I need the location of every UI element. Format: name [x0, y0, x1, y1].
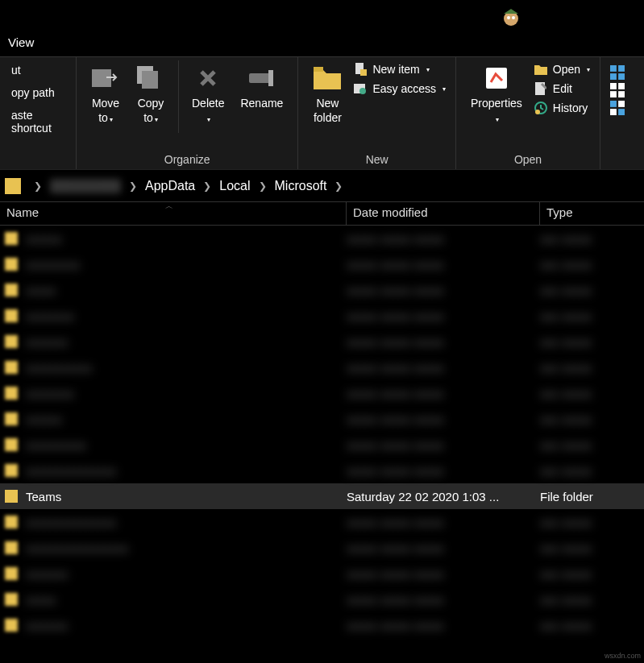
invert-selection-icon[interactable]	[610, 101, 625, 115]
list-item[interactable]: xxxxxxxxxxxx xxxxx xxxxxxxx xxxxx	[0, 612, 644, 638]
easy-access-icon	[353, 81, 368, 96]
chevron-right-icon[interactable]: ❯	[259, 180, 267, 192]
list-item-teams[interactable]: Teams Saturday 22 02 2020 1:03 ... File …	[0, 483, 644, 509]
properties-button[interactable]: Properties▾	[463, 60, 530, 128]
chevron-right-icon[interactable]: ❯	[129, 180, 137, 192]
list-item[interactable]: xxxxxxxxxxx xxxxx xxxxxxxx xxxxx	[0, 406, 644, 432]
copy-path-button[interactable]: opy path	[6, 86, 55, 99]
list-item[interactable]: xxxxxxxxxxx xxxxx xxxxxxxx xxxxx	[0, 226, 644, 251]
svg-rect-24	[618, 91, 625, 97]
file-type: File folder	[540, 490, 644, 503]
history-button[interactable]: History	[534, 101, 590, 115]
chevron-right-icon[interactable]: ❯	[203, 180, 211, 192]
watermark: wsxdn.com	[605, 652, 641, 660]
new-folder-label: New folder	[314, 96, 342, 125]
list-item[interactable]: xxxxxxxxxxxx xxxxx xxxxxxxx xxxxx	[0, 329, 644, 354]
rename-label: Rename	[240, 96, 283, 110]
sort-indicator-icon: ︿	[165, 201, 173, 212]
new-group-label: New	[305, 150, 449, 169]
list-item[interactable]: xxxxxxxxxxxxxxxxxxxx xxxxx xxxxxxxx xxxx…	[0, 458, 644, 483]
svg-rect-13	[486, 68, 507, 89]
new-item-button[interactable]: New item▾	[353, 62, 446, 77]
column-type[interactable]: Type	[540, 202, 644, 225]
ribbon-group-organize: Move to▾ Copy to▾ Delete▾ Rename	[77, 57, 298, 169]
new-item-icon	[353, 62, 368, 77]
svg-rect-5	[142, 71, 158, 89]
mascot-icon	[499, 4, 523, 28]
organize-group-label: Organize	[83, 150, 291, 169]
easy-access-button[interactable]: Easy access▾	[353, 81, 446, 96]
list-item[interactable]: xxxxxxxxxxxxxxx xxxxx xxxxxxxx xxxxx	[0, 432, 644, 458]
list-item[interactable]: xxxxxxxxxx xxxxx xxxxxxxx xxxxx	[0, 586, 644, 612]
move-to-icon	[91, 64, 120, 93]
ribbon-tabs: View	[0, 32, 644, 56]
list-item[interactable]: xxxxxxxxxxxxxxxx xxxxx xxxxxxxx xxxxx	[0, 354, 644, 380]
new-folder-button[interactable]: New folder	[305, 60, 350, 128]
svg-rect-20	[618, 73, 625, 80]
list-item[interactable]: xxxxxxxxxxxxxxxxxxxxxx xxxxx xxxxxxxx xx…	[0, 535, 644, 561]
easy-access-label: Easy access	[372, 82, 436, 95]
svg-rect-25	[610, 101, 617, 107]
column-date-modified[interactable]: Date modified	[347, 202, 540, 225]
ribbon-group-select	[600, 57, 634, 169]
properties-label: Properties▾	[471, 96, 522, 125]
svg-point-1	[507, 16, 510, 19]
svg-point-16	[535, 110, 540, 114]
delete-label: Delete▾	[192, 96, 224, 125]
svg-rect-10	[360, 69, 367, 76]
svg-rect-21	[610, 83, 617, 89]
list-item[interactable]: xxxxxxxxxxxx xxxxx xxxxxxxx xxxxx	[0, 561, 644, 586]
list-item[interactable]: xxxxxxxxxxxxx xxxxx xxxxxxxx xxxxx	[0, 303, 644, 329]
breadcrumb-local[interactable]: Local	[219, 179, 250, 193]
copy-to-icon	[136, 64, 165, 93]
svg-rect-27	[610, 109, 617, 115]
copy-to-label: Copy to▾	[138, 96, 164, 125]
edit-icon	[534, 81, 548, 96]
select-none-icon[interactable]	[610, 83, 625, 97]
list-item[interactable]: xxxxxxxxxxxxxxxxxxxx xxxxx xxxxxxxx xxxx…	[0, 509, 644, 535]
svg-rect-26	[618, 101, 625, 107]
ribbon-group-clipboard: ut opy path aste shortcut	[0, 57, 77, 169]
breadcrumb-user[interactable]: xxxxxx	[50, 179, 121, 193]
chevron-right-icon[interactable]: ❯	[34, 180, 42, 192]
title-bar	[0, 0, 644, 32]
cut-button[interactable]: ut	[6, 64, 21, 77]
breadcrumb[interactable]: ❯ xxxxxx ❯ AppData ❯ Local ❯ Microsoft ❯	[0, 169, 644, 201]
select-all-icon[interactable]	[610, 65, 625, 80]
paste-shortcut-button[interactable]: aste shortcut	[6, 109, 69, 135]
breadcrumb-appdata[interactable]: AppData	[145, 179, 195, 193]
list-item[interactable]: xxxxxxxxxxxxxx xxxxx xxxxxxxx xxxxx	[0, 251, 644, 277]
open-group-label: Open	[463, 150, 593, 169]
folder-icon	[5, 490, 18, 503]
svg-rect-18	[618, 65, 625, 72]
folder-icon	[313, 64, 342, 93]
open-label: Open	[553, 63, 580, 76]
delete-button[interactable]: Delete▾	[184, 60, 232, 128]
ribbon-group-new: New folder New item▾ Easy access▾ New	[298, 57, 456, 169]
svg-point-12	[359, 88, 366, 94]
file-date: Saturday 22 02 2020 1:03 ...	[347, 490, 540, 503]
column-name[interactable]: Name	[0, 202, 347, 225]
svg-rect-19	[610, 73, 617, 80]
column-headers: ︿ Name Date modified Type	[0, 201, 644, 226]
svg-rect-7	[268, 70, 273, 86]
open-icon	[534, 62, 548, 77]
edit-button[interactable]: Edit	[534, 81, 590, 96]
breadcrumb-microsoft[interactable]: Microsoft	[275, 179, 327, 193]
list-item[interactable]: xxxxxxxxxx xxxxx xxxxxxxx xxxxx	[0, 277, 644, 303]
list-item[interactable]: xxxxxxxxxxxxx xxxxx xxxxxxxx xxxxx	[0, 380, 644, 406]
ribbon: ut opy path aste shortcut Move to▾ Copy …	[0, 56, 644, 169]
move-to-button[interactable]: Move to▾	[83, 60, 128, 128]
ribbon-group-open: Properties▾ Open▾ Edit History Open	[456, 57, 600, 169]
file-name: Teams	[26, 490, 347, 503]
tab-view[interactable]: View	[0, 32, 42, 52]
history-label: History	[553, 102, 588, 114]
chevron-right-icon[interactable]: ❯	[334, 180, 343, 192]
open-button[interactable]: Open▾	[534, 62, 590, 77]
new-item-label: New item	[372, 63, 419, 76]
move-to-label: Move to▾	[92, 96, 119, 125]
svg-rect-28	[618, 109, 625, 115]
svg-rect-23	[610, 91, 617, 97]
copy-to-button[interactable]: Copy to▾	[128, 60, 173, 128]
rename-button[interactable]: Rename	[232, 60, 291, 114]
